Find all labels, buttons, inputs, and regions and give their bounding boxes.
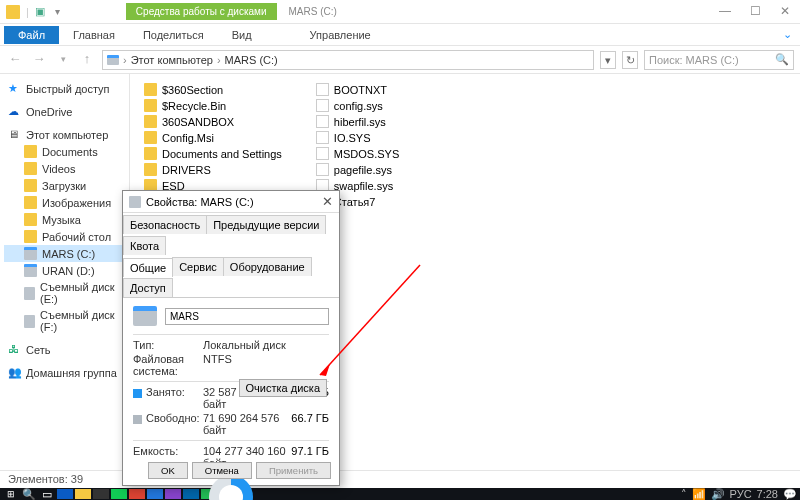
tray-language[interactable]: РУС <box>730 488 752 500</box>
drive-icon <box>129 196 141 208</box>
star-icon: ★ <box>8 82 21 95</box>
sidebar-homegroup[interactable]: 👥Домашняя группа <box>4 364 125 381</box>
file-item[interactable]: $Recycle.Bin <box>142 98 284 113</box>
sidebar-music[interactable]: Музыка <box>4 211 125 228</box>
qat-dropdown-icon[interactable]: ▾ <box>55 6 60 17</box>
tab-tools[interactable]: Сервис <box>172 257 224 276</box>
start-button[interactable]: ⊞ <box>3 489 19 499</box>
ok-button[interactable]: OK <box>148 462 188 479</box>
nav-up-button[interactable]: ↑ <box>78 51 96 69</box>
contextual-tab-disk-tools[interactable]: Средства работы с дисками <box>126 3 277 20</box>
search-input[interactable]: Поиск: MARS (C:) 🔍 <box>644 50 794 70</box>
folder-icon <box>6 5 20 19</box>
tray-network-icon[interactable]: 📶 <box>692 488 706 501</box>
folder-icon <box>144 83 157 96</box>
file-icon <box>316 99 329 112</box>
tray-clock[interactable]: 7:28 <box>757 488 778 500</box>
file-icon <box>316 147 329 160</box>
file-name: DRIVERS <box>162 164 211 176</box>
folder-icon <box>144 99 157 112</box>
file-item[interactable]: 360SANDBOX <box>142 114 284 129</box>
file-item[interactable]: $360Section <box>142 82 284 97</box>
address-dropdown[interactable]: ▾ <box>600 51 616 69</box>
dialog-title: Свойства: MARS (C:) <box>146 196 254 208</box>
breadcrumb-pc[interactable]: Этот компьютер <box>131 54 213 66</box>
ribbon-expand-icon[interactable]: ⌄ <box>783 28 800 41</box>
ribbon-file-tab[interactable]: Файл <box>4 26 59 44</box>
apply-button[interactable]: Применить <box>256 462 331 479</box>
sidebar-network[interactable]: 🖧Сеть <box>4 341 125 358</box>
search-placeholder: Поиск: MARS (C:) <box>649 54 739 66</box>
sidebar-desktop[interactable]: Рабочий стол <box>4 228 125 245</box>
sidebar-this-pc[interactable]: 🖥Этот компьютер <box>4 126 125 143</box>
tab-quota[interactable]: Квота <box>123 236 166 255</box>
file-item[interactable]: IO.SYS <box>314 130 401 145</box>
label-type: Тип: <box>133 339 203 351</box>
tab-security[interactable]: Безопасность <box>123 215 207 234</box>
sidebar-downloads[interactable]: Загрузки <box>4 177 125 194</box>
file-item[interactable]: DRIVERS <box>142 162 284 177</box>
file-item[interactable]: Documents and Settings <box>142 146 284 161</box>
taskbar-taskview[interactable]: ▭ <box>39 489 55 499</box>
ribbon-manage-tab[interactable]: Управление <box>296 26 385 44</box>
taskbar-app[interactable] <box>75 489 91 499</box>
usb-icon <box>24 315 35 328</box>
tab-general[interactable]: Общие <box>123 258 173 277</box>
dialog-close-button[interactable]: ✕ <box>322 194 333 209</box>
address-bar[interactable]: › Этот компьютер › MARS (C:) <box>102 50 594 70</box>
drive-icon <box>24 264 37 277</box>
taskbar-search[interactable]: 🔍 <box>21 489 37 499</box>
file-name: $360Section <box>162 84 223 96</box>
ribbon-home-tab[interactable]: Главная <box>59 26 129 44</box>
drive-name-input[interactable] <box>165 308 329 325</box>
breadcrumb-drive[interactable]: MARS (C:) <box>225 54 278 66</box>
minimize-button[interactable]: — <box>710 2 740 22</box>
tray-chevron-icon[interactable]: ˄ <box>681 488 687 501</box>
maximize-button[interactable]: ☐ <box>740 2 770 22</box>
file-item[interactable]: hiberfil.sys <box>314 114 401 129</box>
sidebar-drive-c[interactable]: MARS (C:) <box>4 245 125 262</box>
dialog-titlebar[interactable]: Свойства: MARS (C:) ✕ <box>123 191 339 213</box>
sidebar-pictures[interactable]: Изображения <box>4 194 125 211</box>
drive-icon <box>24 247 37 260</box>
folder-icon <box>144 147 157 160</box>
sidebar-videos[interactable]: Videos <box>4 160 125 177</box>
folder-icon <box>144 115 157 128</box>
nav-back-button[interactable]: ← <box>6 51 24 69</box>
address-bar-row: ← → ▾ ↑ › Этот компьютер › MARS (C:) ▾ ↻… <box>0 46 800 74</box>
taskbar-app[interactable] <box>57 489 73 499</box>
sidebar-removable-e[interactable]: Съемный диск (E:) <box>4 279 125 307</box>
close-button[interactable]: ✕ <box>770 2 800 22</box>
file-item[interactable]: MSDOS.SYS <box>314 146 401 161</box>
nav-recent-dropdown[interactable]: ▾ <box>54 51 72 69</box>
cancel-button[interactable]: Отмена <box>192 462 252 479</box>
tab-sharing[interactable]: Доступ <box>123 278 173 297</box>
disk-cleanup-button[interactable]: Очистка диска <box>239 379 327 397</box>
sidebar-documents[interactable]: Documents <box>4 143 125 160</box>
sidebar-onedrive[interactable]: ☁OneDrive <box>4 103 125 120</box>
value-free-gb: 66.7 ГБ <box>291 412 329 436</box>
taskbar-app[interactable] <box>93 489 109 499</box>
sidebar-removable-f[interactable]: Съемный диск (F:) <box>4 307 125 335</box>
sidebar-quick-access[interactable]: ★Быстрый доступ <box>4 80 125 97</box>
file-item[interactable]: config.sys <box>314 98 401 113</box>
file-name: Статья7 <box>334 196 376 208</box>
system-tray[interactable]: ˄ 📶 🔊 РУС 7:28 💬 <box>681 488 797 501</box>
address-refresh[interactable]: ↻ <box>622 51 638 69</box>
folder-icon <box>24 230 37 243</box>
tab-hardware[interactable]: Оборудование <box>223 257 312 276</box>
tray-notifications-icon[interactable]: 💬 <box>783 488 797 501</box>
nav-forward-button[interactable]: → <box>30 51 48 69</box>
ribbon-share-tab[interactable]: Поделиться <box>129 26 218 44</box>
file-item[interactable]: Config.Msi <box>142 130 284 145</box>
folder-icon <box>24 179 37 192</box>
file-item[interactable]: pagefile.sys <box>314 162 401 177</box>
tray-volume-icon[interactable]: 🔊 <box>711 488 725 501</box>
ribbon-view-tab[interactable]: Вид <box>218 26 266 44</box>
tab-previous-versions[interactable]: Предыдущие версии <box>206 215 326 234</box>
file-item[interactable]: BOOTNXT <box>314 82 401 97</box>
sidebar-drive-d[interactable]: URAN (D:) <box>4 262 125 279</box>
file-name: Config.Msi <box>162 132 214 144</box>
window-titlebar: | ▣ ▾ Средства работы с дисками MARS (C:… <box>0 0 800 24</box>
file-name: 360SANDBOX <box>162 116 234 128</box>
